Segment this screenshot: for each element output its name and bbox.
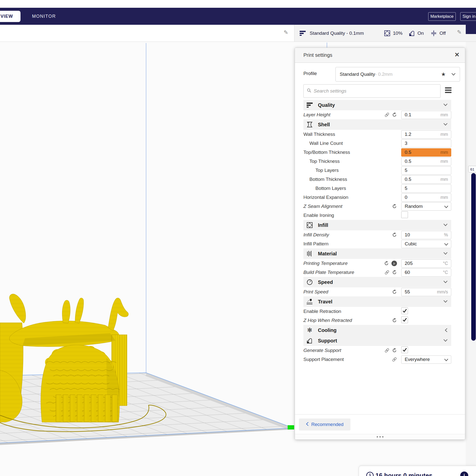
setting-row-z-seam-alignment: Z Seam AlignmentRandom — [295, 202, 465, 211]
cooling-icon: ✻ — [306, 327, 313, 333]
panel-resize-grip[interactable] — [295, 434, 465, 439]
info-icon[interactable]: i — [460, 471, 468, 476]
setting-input-top-thickness[interactable]: 0.5mm — [401, 157, 451, 166]
setting-checkbox-z-hop-when-retracted[interactable] — [401, 316, 408, 323]
section-title: Cooling — [318, 327, 336, 333]
chevron-left-icon — [445, 328, 448, 333]
setting-checkbox-enable-retraction[interactable] — [401, 307, 408, 314]
chevron-down-icon — [443, 338, 448, 343]
adhesion-summary-icon — [430, 25, 437, 42]
setting-input-wall-line-count[interactable]: 3 — [401, 139, 451, 148]
revert-icon[interactable] — [392, 204, 397, 209]
setting-label: Bottom Thickness — [309, 177, 347, 182]
setting-label: Enable Retraction — [303, 309, 341, 314]
section-title: Speed — [318, 279, 333, 285]
setting-row-wall-line-count: Wall Line Count3 — [295, 139, 465, 148]
tab-preview-active[interactable]: VIEW — [0, 11, 21, 22]
revert-icon[interactable] — [392, 112, 397, 117]
marketplace-button[interactable]: Marketplace — [428, 12, 456, 21]
section-title: Shell — [318, 122, 330, 128]
profile-dropdown[interactable]: Standard Quality - 0.2mm ★ — [335, 67, 460, 82]
profile-suffix: - 0.2mm — [375, 72, 393, 77]
setting-dropdown-z-seam-alignment[interactable]: Random — [401, 202, 451, 211]
setting-row-build-plate-temperature: Build Plate Temperature60°C — [295, 268, 465, 277]
close-icon[interactable]: ✕ — [454, 51, 459, 58]
setting-label: Build Plate Temperature — [303, 270, 354, 275]
revert-icon[interactable] — [392, 270, 397, 275]
search-input[interactable] — [313, 88, 440, 94]
infill-icon — [306, 222, 313, 228]
section-header-shell[interactable]: Shell — [303, 119, 451, 130]
setting-input-bottom-layers[interactable]: 5 — [401, 184, 451, 193]
print-time-card[interactable]: 16 hours 0 minutes i — [359, 466, 476, 476]
setting-input-top-bottom-thickness[interactable]: 0.5mm — [401, 148, 451, 157]
fx-icon[interactable]: fx — [391, 261, 397, 266]
sign-in-button[interactable]: Sign in — [460, 12, 476, 21]
setting-input-top-layers[interactable]: 5 — [401, 166, 451, 175]
sign-in-label: Sign in — [462, 14, 475, 19]
setting-row-top-bottom-thickness: Top/Bottom Thickness0.5mm — [295, 148, 465, 157]
tab-monitor-label: MONITOR — [32, 14, 56, 19]
setting-input-print-speed[interactable]: 55mm/s — [401, 288, 451, 296]
infill-summary-icon — [384, 25, 390, 42]
setting-input-printing-temperature[interactable]: 205°C — [401, 259, 451, 268]
setting-label: Top/Bottom Thickness — [303, 150, 350, 155]
section-header-support[interactable]: Support — [303, 335, 451, 346]
setting-dropdown-support-placement[interactable]: Everywhere — [401, 355, 451, 364]
setting-input-horizontal-expansion[interactable]: 0mm — [401, 193, 451, 202]
layer-slider[interactable] — [471, 173, 476, 341]
setting-input-bottom-thickness[interactable]: 0.5mm — [401, 175, 451, 184]
setting-row-support-placement: Support PlacementEverywhere — [295, 355, 465, 364]
setting-input-infill-density[interactable]: 10% — [401, 231, 451, 239]
revert-icon[interactable] — [392, 348, 397, 353]
chevron-left-icon — [306, 422, 309, 427]
recommended-button[interactable]: Recommended — [299, 418, 350, 430]
profile-label: Profile — [303, 71, 317, 76]
setting-label: Wall Thickness — [303, 132, 335, 137]
section-header-material[interactable]: Material — [303, 248, 451, 259]
setting-input-wall-thickness[interactable]: 1.2mm — [401, 130, 451, 139]
section-header-travel[interactable]: Travel — [303, 296, 451, 307]
setting-input-build-plate-temperature[interactable]: 60°C — [401, 268, 451, 277]
print-settings-panel: Print settings ✕ Profile Standard Qualit… — [295, 48, 465, 440]
chevron-down-icon — [443, 103, 448, 107]
section-header-speed[interactable]: Speed — [303, 277, 451, 287]
clock-icon — [366, 471, 374, 476]
setting-label: Layer Height — [303, 112, 330, 118]
favorite-star-icon[interactable]: ★ — [441, 71, 446, 77]
setting-label: Print Speed — [303, 289, 328, 295]
setting-checkbox-generate-support[interactable] — [401, 346, 408, 353]
setting-row-layer-height: Layer Height0.1mm — [295, 110, 465, 119]
setting-checkbox-enable-ironing[interactable] — [401, 211, 408, 218]
section-title: Travel — [318, 299, 332, 305]
revert-icon[interactable] — [384, 261, 389, 266]
setting-input-layer-height[interactable]: 0.1mm — [401, 111, 451, 119]
setting-row-enable-retraction: Enable Retraction — [295, 307, 465, 316]
sliced-model[interactable] — [0, 294, 128, 422]
section-header-quality[interactable]: Quality — [303, 100, 451, 110]
revert-icon[interactable] — [392, 232, 397, 237]
adhesion-summary-label: Off — [439, 25, 446, 42]
chevron-down-icon — [451, 72, 456, 77]
edit-settings-pencil-icon[interactable]: ✎ — [457, 29, 461, 36]
recommended-label: Recommended — [311, 422, 344, 427]
section-header-cooling[interactable]: ✻Cooling — [303, 325, 451, 335]
setting-dropdown-infill-pattern[interactable]: Cubic — [401, 240, 451, 248]
chevron-down-icon — [443, 299, 448, 304]
chevron-down-icon — [443, 280, 448, 284]
support-icon — [306, 338, 313, 344]
section-header-infill[interactable]: Infill — [303, 220, 451, 230]
panel-actions: Recommended — [295, 414, 465, 434]
revert-icon[interactable] — [392, 318, 397, 323]
quality-summary-icon — [299, 25, 306, 42]
revert-icon[interactable] — [392, 289, 397, 294]
settings-menu-icon[interactable] — [445, 87, 451, 94]
search-settings-box[interactable] — [303, 84, 440, 98]
print-setup-summary-bar[interactable]: Standard Quality - 0.1mm 10% On Off ✎ — [294, 25, 476, 42]
setting-label: Bottom Layers — [315, 186, 346, 191]
panel-header[interactable]: Print settings ✕ — [295, 48, 465, 63]
tab-monitor[interactable]: MONITOR — [32, 8, 56, 25]
section-title: Material — [318, 251, 337, 257]
setting-row-wall-thickness: Wall Thickness1.2mm — [295, 130, 465, 139]
rename-pencil-icon[interactable]: ✎ — [284, 29, 288, 36]
